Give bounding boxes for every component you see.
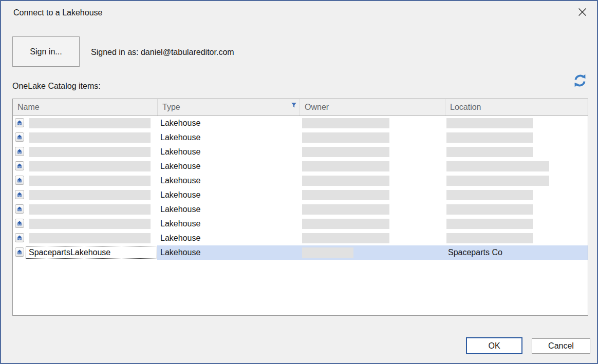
type-cell-text: Lakehouse <box>160 202 200 217</box>
table-row[interactable]: Lakehouse <box>13 217 588 231</box>
column-header-location[interactable]: Location <box>445 99 588 116</box>
lakehouse-icon <box>15 233 24 242</box>
redacted-name-bar <box>29 233 151 243</box>
type-cell-text: Lakehouse <box>160 145 200 159</box>
table-header: Name Type Owner Location <box>13 99 588 116</box>
redacted-location-bar <box>446 233 533 243</box>
redacted-name-bar <box>29 132 151 143</box>
redacted-location-bar <box>446 190 533 200</box>
redacted-owner-bar <box>302 118 389 128</box>
column-header-owner[interactable]: Owner <box>300 99 445 116</box>
redacted-owner-bar <box>302 204 389 215</box>
type-cell-text: Lakehouse <box>160 116 200 130</box>
redacted-location-bar <box>446 118 533 128</box>
redacted-name-bar <box>29 161 151 171</box>
redacted-name-bar <box>29 147 151 157</box>
lakehouse-icon <box>15 118 24 127</box>
column-header-type[interactable]: Type <box>157 99 300 116</box>
location-cell-text: Spaceparts Co <box>448 245 502 260</box>
redacted-location-bar <box>446 147 533 157</box>
type-cell-text: Lakehouse <box>160 188 200 202</box>
redacted-owner-bar <box>302 147 389 157</box>
lakehouse-icon <box>15 132 24 142</box>
filter-funnel-icon[interactable] <box>291 101 297 107</box>
redacted-owner-bar <box>302 247 353 258</box>
redacted-owner-bar <box>302 233 389 243</box>
ok-label: OK <box>488 341 500 351</box>
redacted-owner-bar <box>302 176 389 186</box>
lakehouse-icon <box>15 204 24 214</box>
redacted-name-bar <box>29 190 151 200</box>
sign-in-button[interactable]: Sign in... <box>12 36 80 67</box>
lakehouse-icon <box>15 219 24 228</box>
redacted-owner-bar <box>302 190 389 200</box>
column-header-name[interactable]: Name <box>13 99 157 116</box>
redacted-name-bar <box>29 118 151 128</box>
type-cell-text: Lakehouse <box>160 217 200 231</box>
redacted-location-bar <box>446 176 549 186</box>
refresh-icon <box>573 73 587 90</box>
table-row[interactable]: SpacepartsLakehouseLakehouseSpaceparts C… <box>13 245 588 260</box>
redacted-location-bar <box>446 132 533 143</box>
lakehouse-icon <box>15 190 24 199</box>
type-cell-text: Lakehouse <box>160 159 200 174</box>
redacted-name-bar <box>29 176 151 186</box>
table-row[interactable]: Lakehouse <box>13 202 588 217</box>
connect-lakehouse-dialog: Connect to a Lakehouse Sign in... Signed… <box>0 0 598 364</box>
redacted-name-bar <box>29 219 151 229</box>
redacted-location-bar <box>446 161 549 171</box>
type-cell-text: Lakehouse <box>160 174 200 188</box>
table-row[interactable]: Lakehouse <box>13 231 588 245</box>
close-button[interactable] <box>573 5 591 21</box>
redacted-name-bar <box>29 204 151 215</box>
lakehouse-icon <box>15 247 24 257</box>
redacted-location-bar <box>446 204 533 215</box>
cancel-button[interactable]: Cancel <box>532 338 590 354</box>
lakehouse-icon <box>15 147 24 156</box>
close-icon <box>578 8 587 18</box>
redacted-owner-bar <box>302 132 389 143</box>
type-cell-text: Lakehouse <box>160 231 200 245</box>
signed-in-status: Signed in as: daniel@tabulareditor.com <box>91 48 234 57</box>
lakehouse-icon <box>15 161 24 170</box>
table-row[interactable]: Lakehouse <box>13 130 588 145</box>
onelake-items-table: Name Type Owner Location LakehouseLakeho… <box>12 99 588 316</box>
table-row[interactable]: Lakehouse <box>13 145 588 159</box>
ok-button[interactable]: OK <box>466 337 522 354</box>
table-body: LakehouseLakehouseLakehouseLakehouseLake… <box>13 116 588 260</box>
lakehouse-icon <box>15 176 24 185</box>
cancel-label: Cancel <box>548 341 574 351</box>
refresh-button[interactable] <box>572 73 588 90</box>
dialog-title: Connect to a Lakehouse <box>13 8 102 17</box>
table-row[interactable]: Lakehouse <box>13 174 588 188</box>
table-row[interactable]: Lakehouse <box>13 159 588 174</box>
selected-name-cell[interactable]: SpacepartsLakehouse <box>26 246 157 259</box>
redacted-location-bar <box>446 219 533 229</box>
table-row[interactable]: Lakehouse <box>13 188 588 202</box>
type-cell-text: Lakehouse <box>160 130 200 145</box>
type-cell-text: Lakehouse <box>160 245 200 260</box>
redacted-owner-bar <box>302 219 389 229</box>
sign-in-label: Sign in... <box>30 47 62 56</box>
redacted-owner-bar <box>302 161 389 171</box>
catalog-items-label: OneLake Catalog items: <box>12 82 101 91</box>
table-row[interactable]: Lakehouse <box>13 116 588 130</box>
